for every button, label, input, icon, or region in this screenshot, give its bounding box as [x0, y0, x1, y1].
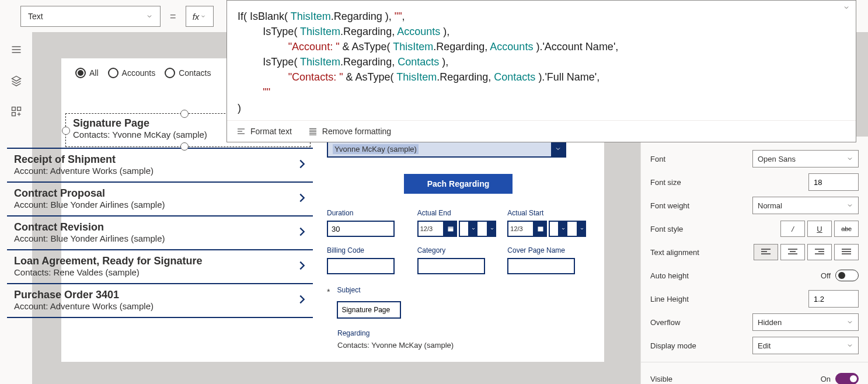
billing-input[interactable]	[327, 258, 395, 274]
chevron-down-icon	[551, 141, 565, 156]
list-item[interactable]: Purchase Order 3401Account: Adventure Wo…	[7, 284, 313, 318]
radio-all-label: All	[89, 68, 99, 78]
chevron-right-icon[interactable]	[295, 191, 308, 206]
prop-label: Display mode	[650, 341, 696, 350]
auto-height-toggle[interactable]: Off	[821, 270, 859, 281]
property-selector-label: Text	[28, 12, 43, 21]
radio-all[interactable]: All	[75, 68, 99, 78]
chevron-down-icon[interactable]	[843, 4, 850, 13]
prop-label: Auto height	[650, 271, 689, 280]
prop-row-font: Font Open Sans	[650, 147, 859, 170]
properties-panel: Font Open Sans Font size Font weight Nor…	[640, 137, 868, 384]
formula-editor[interactable]: If( IsBlank( ThisItem.Regarding ), "", I…	[226, 0, 856, 142]
chevron-right-icon[interactable]	[295, 293, 308, 308]
list-item-title: Receipt of Shipment	[14, 153, 295, 166]
prop-row-style: Font style / U abc	[650, 217, 859, 240]
cover-input[interactable]	[507, 258, 575, 274]
align-center-button[interactable]	[780, 244, 805, 260]
regarding-dropdown[interactable]: Yvonne McKay (sample)	[327, 140, 566, 158]
svg-rect-4	[538, 227, 543, 232]
align-right-icon	[815, 249, 824, 256]
prop-row-display: Display mode Edit	[650, 334, 859, 357]
cover-field: Cover Page Name	[507, 246, 590, 274]
resize-handle[interactable]	[180, 110, 189, 118]
radio-contacts-label: Contacts	[179, 68, 211, 78]
remove-format-icon	[308, 127, 318, 136]
prop-label: Font style	[650, 225, 683, 233]
prop-row-weight: Font weight Normal	[650, 194, 859, 217]
align-justify-button[interactable]	[834, 244, 859, 260]
list-item-subtitle: Account: Adventure Works (sample)	[14, 166, 295, 176]
strike-button[interactable]: abc	[834, 221, 859, 237]
field-label: Regarding	[337, 329, 590, 337]
align-left-icon	[761, 249, 771, 256]
duration-input[interactable]	[327, 221, 395, 237]
resize-handle[interactable]	[62, 127, 70, 135]
list-item[interactable]: Contract RevisionAccount: Blue Yonder Ai…	[7, 217, 313, 250]
align-right-button[interactable]	[807, 244, 832, 260]
chevron-down-icon	[200, 13, 206, 19]
prop-row-autoheight: Auto height Off	[650, 264, 859, 287]
actual-start-field: Actual Start 12/3	[507, 209, 590, 237]
prop-label: Overflow	[650, 318, 680, 327]
font-weight-dropdown[interactable]: Normal	[752, 197, 859, 214]
svg-rect-0	[12, 107, 15, 111]
calendar-icon	[444, 221, 457, 237]
list-item-title: Contract Revision	[14, 221, 295, 233]
chevron-down-icon	[146, 13, 153, 20]
italic-button[interactable]: /	[780, 221, 805, 237]
fx-button[interactable]: fx	[186, 6, 214, 27]
list-item[interactable]: Contract ProposalAccount: Blue Yonder Ai…	[7, 183, 313, 217]
formula-text[interactable]: If( IsBlank( ThisItem.Regarding ), "", I…	[227, 1, 856, 120]
date-picker[interactable]: 12/3	[507, 221, 590, 237]
regarding-dropdown-value: Yvonne McKay (sample)	[333, 144, 419, 154]
regarding-value: Contacts: Yvonne McKay (sample)	[337, 341, 590, 350]
format-text-label: Format text	[250, 127, 292, 136]
format-text-button[interactable]: Format text	[236, 127, 292, 136]
chevron-right-icon[interactable]	[295, 259, 308, 274]
field-label: Billing Code	[327, 246, 409, 254]
list-item-subtitle: Account: Blue Yonder Airlines (sample)	[14, 200, 295, 210]
category-input[interactable]	[417, 258, 485, 274]
align-left-button[interactable]	[754, 244, 778, 260]
patch-regarding-button[interactable]: Pach Regarding	[404, 174, 513, 194]
display-mode-dropdown[interactable]: Edit	[752, 337, 859, 354]
property-selector[interactable]: Text	[20, 6, 161, 27]
prop-row-visible: Visible On	[650, 367, 859, 384]
chevron-right-icon[interactable]	[295, 158, 308, 172]
date-picker[interactable]: 12/3	[417, 221, 500, 237]
remove-formatting-button[interactable]: Remove formatting	[308, 127, 391, 136]
list-item[interactable]: Receipt of ShipmentAccount: Adventure Wo…	[7, 149, 313, 183]
field-label: Actual Start	[507, 209, 590, 217]
font-size-input[interactable]	[808, 173, 859, 191]
prop-label: Text alignment	[650, 248, 699, 257]
layers-icon[interactable]	[11, 75, 22, 88]
field-label: Subject	[337, 286, 401, 294]
field-label: Actual End	[417, 209, 500, 217]
field-label: Cover Page Name	[507, 246, 590, 254]
actual-end-field: Actual End 12/3	[417, 209, 500, 237]
font-dropdown[interactable]: Open Sans	[752, 150, 859, 167]
list-item[interactable]: Loan Agreement, Ready for SignatureConta…	[7, 250, 313, 284]
prop-row-align: Text alignment	[650, 240, 859, 264]
category-field: Category	[417, 246, 500, 274]
chevron-right-icon[interactable]	[295, 225, 308, 240]
underline-button[interactable]: U	[807, 221, 832, 237]
visible-toggle[interactable]: On	[821, 373, 859, 384]
prop-label: Font	[650, 155, 665, 163]
radio-accounts[interactable]: Accounts	[108, 68, 156, 78]
remove-formatting-label: Remove formatting	[322, 127, 391, 136]
list-item-subtitle: Account: Blue Yonder Airlines (sample)	[14, 233, 295, 243]
resize-handle[interactable]	[180, 142, 189, 151]
hamburger-icon[interactable]	[11, 44, 22, 57]
list-item-title: Loan Agreement, Ready for Signature	[14, 255, 295, 267]
align-justify-icon	[842, 249, 851, 256]
radio-contacts[interactable]: Contacts	[165, 68, 211, 78]
line-height-input[interactable]	[808, 290, 859, 308]
calendar-icon	[534, 221, 547, 237]
prop-label: Visible	[650, 375, 672, 383]
list-item-title: Purchase Order 3401	[14, 289, 295, 301]
toggle-label: Off	[821, 271, 831, 280]
overflow-dropdown[interactable]: Hidden	[752, 313, 859, 331]
subject-input[interactable]	[337, 301, 401, 319]
